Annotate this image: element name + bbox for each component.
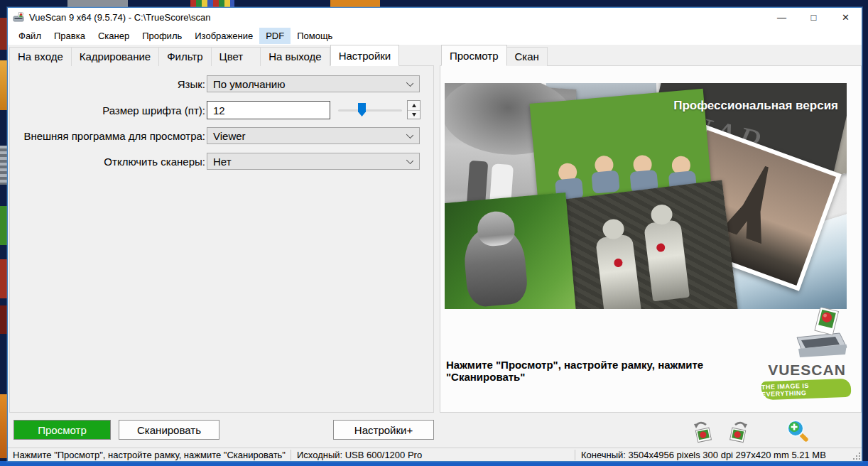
font-size-label: Размер шрифта (пт): — [13, 104, 205, 116]
arrow-up-icon — [412, 104, 416, 107]
window-title: VueScan 9 x64 (9.5.74) - C:\TrueScore\sc… — [29, 12, 211, 23]
settings-panel: Язык: По умолчанию Размер шрифта (пт): В… — [9, 65, 434, 413]
chevron-down-icon — [406, 157, 413, 164]
tab-preview[interactable]: Просмотр — [441, 45, 507, 66]
desktop-icon-fragment — [330, 0, 380, 7]
font-size-slider[interactable] — [338, 101, 402, 119]
disable-scanners-value: Нет — [213, 156, 232, 168]
desktop-icon-fragment — [0, 60, 7, 110]
desktop-icon-fragment — [0, 206, 7, 245]
stepper-up-button[interactable] — [408, 101, 420, 110]
tab-settings[interactable]: Настройки — [330, 45, 400, 66]
slider-track — [338, 109, 402, 112]
disable-scanners-label: Отключить сканеры: — [13, 156, 205, 168]
tab-output[interactable]: На выходе — [261, 47, 330, 66]
chevron-down-icon — [406, 131, 413, 139]
scan-button[interactable]: Сканировать — [119, 420, 219, 440]
menu-scanner[interactable]: Сканер — [92, 28, 136, 44]
status-target: Конечный: 3504x4956 pixels 300 dpi 297x4… — [581, 450, 826, 460]
desktop-icon-fragment — [67, 0, 128, 7]
scanner-logo-icon — [790, 308, 850, 362]
logo-tagline-banner: THE IMAGE IS EVERYTHING — [761, 379, 852, 400]
taskbar-edge — [0, 461, 868, 466]
viewer-value: Viewer — [213, 130, 246, 142]
slider-thumb[interactable] — [358, 103, 366, 116]
menu-pdf[interactable]: PDF — [259, 28, 291, 44]
desktop-icon-fragment — [0, 305, 7, 334]
tab-color[interactable]: Цвет — [212, 47, 261, 66]
rotate-left-icon[interactable] — [692, 418, 717, 444]
maximize-button[interactable]: □ — [798, 8, 830, 26]
photo-dog — [445, 193, 576, 309]
app-icon — [13, 12, 24, 22]
logo-wordmark: VUESCAN — [760, 362, 854, 379]
status-source: Исходный: USB 600/1200 Pro — [297, 450, 422, 460]
app-window: VueScan 9 x64 (9.5.74) - C:\TrueScore\sc… — [7, 7, 862, 462]
status-hint: Нажмите "Просмотр", настройте рамку, наж… — [13, 450, 286, 460]
preview-panel: SNAP — [440, 65, 862, 413]
titlebar[interactable]: VueScan 9 x64 (9.5.74) - C:\TrueScore\sc… — [8, 8, 862, 26]
language-label: Язык: — [13, 78, 205, 90]
desktop-icon-fragment — [0, 394, 7, 458]
disable-scanners-select[interactable]: Нет — [207, 153, 420, 170]
preview-collage: SNAP — [445, 83, 847, 309]
edition-banner: Профессиональная версия — [673, 99, 838, 113]
menu-help[interactable]: Помощь — [291, 28, 339, 44]
eiffel-tower — [722, 159, 787, 244]
font-size-stepper — [407, 100, 421, 119]
resize-grip[interactable] — [852, 453, 860, 460]
chevron-down-icon — [406, 80, 413, 87]
left-tab-bar: На входе Кадрирование Фильтр Цвет На вых… — [9, 45, 399, 66]
menu-edit[interactable]: Правка — [48, 28, 92, 44]
rotate-right-icon[interactable] — [724, 418, 749, 444]
viewer-label: Внешняя программа для просмотра: — [13, 130, 205, 142]
logo-tagline: THE IMAGE IS EVERYTHING — [761, 381, 852, 398]
desktop-icon-fragment — [190, 0, 234, 7]
vuescan-logo: VUESCAN THE IMAGE IS EVERYTHING — [760, 316, 854, 410]
font-size-input[interactable] — [207, 101, 330, 119]
arrow-down-icon — [412, 113, 416, 116]
desktop-icon-fragment — [0, 18, 7, 50]
preview-instruction: Нажмите "Просмотр", настройте рамку, наж… — [446, 359, 759, 383]
menubar: Файл Правка Сканер Профиль Изображение P… — [8, 26, 862, 45]
minimize-button[interactable]: — — [766, 8, 798, 26]
menu-profile[interactable]: Профиль — [136, 28, 188, 44]
menu-file[interactable]: Файл — [12, 28, 48, 44]
tab-crop[interactable]: Кадрирование — [72, 47, 159, 66]
menu-image[interactable]: Изображение — [188, 28, 259, 44]
desktop-icon-fragment — [0, 259, 7, 298]
desktop: VueScan 9 x64 (9.5.74) - C:\TrueScore\sc… — [0, 0, 868, 466]
close-button[interactable]: ✕ — [830, 8, 862, 26]
statusbar: Нажмите "Просмотр", настройте рамку, наж… — [8, 448, 862, 461]
viewer-select[interactable]: Viewer — [207, 127, 420, 144]
right-tab-bar: Просмотр Скан — [441, 45, 548, 66]
desktop-icon-fragment — [0, 146, 7, 185]
language-value: По умолчанию — [213, 78, 285, 90]
stepper-down-button[interactable] — [408, 110, 420, 119]
tab-scan[interactable]: Скан — [507, 47, 548, 66]
language-select[interactable]: По умолчанию — [207, 75, 420, 92]
tab-filter[interactable]: Фильтр — [159, 47, 211, 66]
zoom-in-icon[interactable] — [785, 418, 810, 444]
options-plus-button[interactable]: Настройки+ — [333, 420, 434, 440]
preview-button[interactable]: Просмотр — [13, 420, 111, 440]
tab-input[interactable]: На входе — [9, 47, 72, 66]
photo-boys — [556, 180, 739, 309]
